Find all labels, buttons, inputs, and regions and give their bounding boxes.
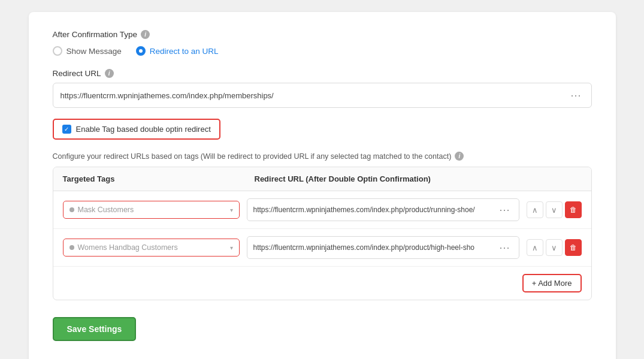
tag-select-2-label: Womens Handbag Customers [78, 243, 178, 252]
confirmation-type-info-icon[interactable]: i [141, 30, 150, 39]
configure-desc-row: Configure your redirect URLs based on ta… [53, 152, 592, 161]
row1-url-input-wrap: ··· [247, 198, 519, 221]
col-url-header: Redirect URL (After Double Optin Confirm… [255, 174, 582, 183]
tag-select-1-inner: Mask Customers [69, 206, 134, 214]
confirmation-type-section: After Confirmation Type i [53, 30, 592, 39]
add-more-row: + Add More [53, 267, 591, 300]
table-row: Mask Customers ▾ ··· ∧ ∨ 🗑 [53, 191, 591, 229]
radio-redirect-url[interactable]: Redirect to an URL [136, 46, 219, 56]
row2-delete-btn[interactable]: 🗑 [565, 239, 582, 256]
row1-url-input[interactable] [253, 206, 497, 214]
row2-url-input-wrap: ··· [247, 236, 519, 259]
add-more-button[interactable]: + Add More [522, 274, 582, 292]
redirect-url-info-icon[interactable]: i [105, 69, 114, 78]
tag-redirect-table: Targeted Tags Redirect URL (After Double… [53, 167, 592, 300]
tag-select-1[interactable]: Mask Customers ▾ [63, 201, 240, 219]
settings-card: After Confirmation Type i Show Message R… [29, 12, 616, 359]
redirect-url-radio-label: Redirect to an URL [150, 47, 219, 56]
redirect-url-input-row: ··· [53, 83, 592, 108]
table-header: Targeted Tags Redirect URL (After Double… [53, 167, 591, 191]
redirect-url-label-section: Redirect URL i [53, 69, 592, 78]
tag-select-1-label: Mask Customers [78, 206, 134, 214]
redirect-url-input[interactable] [61, 91, 569, 100]
radio-group: Show Message Redirect to an URL [53, 46, 592, 56]
radio-redirect-circle [136, 46, 146, 56]
save-settings-button[interactable]: Save Settings [53, 317, 137, 341]
show-message-label: Show Message [66, 47, 122, 56]
radio-show-message[interactable]: Show Message [53, 46, 122, 56]
row1-up-btn[interactable]: ∧ [527, 201, 543, 218]
row2-up-btn[interactable]: ∧ [527, 239, 543, 256]
row1-delete-btn[interactable]: 🗑 [565, 201, 582, 218]
enable-tag-row: ✓ Enable Tag based double optin redirect [53, 119, 220, 140]
tag-select-2-inner: Womens Handbag Customers [69, 243, 178, 252]
table-row: Womens Handbag Customers ▾ ··· ∧ ∨ 🗑 [53, 229, 591, 267]
row2-down-btn[interactable]: ∨ [546, 239, 563, 256]
tag-select-1-chevron: ▾ [230, 207, 233, 213]
enable-tag-checkbox[interactable]: ✓ [62, 125, 71, 134]
redirect-url-dots-btn[interactable]: ··· [568, 89, 583, 102]
col-tags-header: Targeted Tags [63, 174, 255, 183]
confirmation-type-label: After Confirmation Type [53, 30, 138, 39]
configure-info-icon[interactable]: i [455, 152, 464, 161]
tag-dot-1 [69, 207, 74, 212]
row1-actions: ∧ ∨ 🗑 [527, 201, 582, 218]
tag-select-2[interactable]: Womens Handbag Customers ▾ [63, 239, 240, 257]
row1-dots-btn[interactable]: ··· [497, 204, 512, 216]
configure-desc-text: Configure your redirect URLs based on ta… [53, 152, 452, 161]
enable-tag-label: Enable Tag based double optin redirect [76, 125, 211, 134]
redirect-url-label: Redirect URL [53, 69, 101, 78]
row2-dots-btn[interactable]: ··· [497, 242, 512, 254]
radio-show-message-circle [53, 46, 62, 56]
row2-url-input[interactable] [253, 243, 497, 252]
tag-select-2-chevron: ▾ [230, 245, 233, 251]
row1-down-btn[interactable]: ∨ [546, 201, 563, 218]
row2-actions: ∧ ∨ 🗑 [527, 239, 582, 256]
tag-dot-2 [69, 245, 74, 250]
